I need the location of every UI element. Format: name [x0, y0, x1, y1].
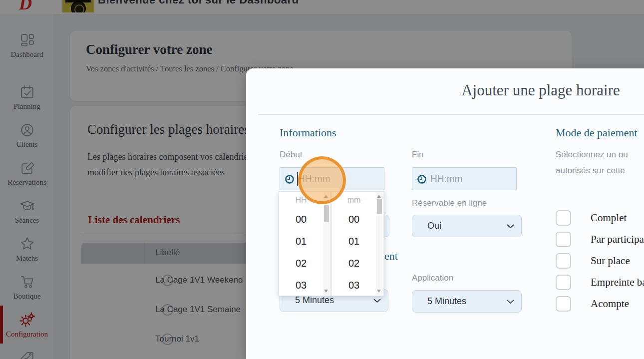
debut-time-input[interactable] — [298, 168, 382, 190]
payment-option-par-participant[interactable]: Par participant — [556, 232, 644, 247]
debut-time-field[interactable] — [280, 167, 384, 190]
mode-paiement-desc-line2: autorisés sur cette — [556, 166, 625, 176]
minutes-column-header: mm — [332, 196, 376, 205]
mode-paiement-heading: Mode de paiement — [556, 126, 638, 139]
application-select[interactable]: 5 Minutes — [412, 290, 522, 313]
reservable-select[interactable]: Oui — [412, 215, 522, 237]
divider — [258, 114, 644, 115]
reservable-label: Réservable en ligne — [412, 198, 487, 208]
chevron-down-icon — [507, 224, 514, 229]
hour-option[interactable]: 01 — [279, 236, 323, 247]
hours-scrollbar[interactable] — [323, 192, 329, 295]
add-timeslot-modal: Ajouter une plage horaire Informations D… — [246, 68, 644, 359]
hours-column-header: HH — [279, 196, 323, 205]
app-window: D Bienvenue chez toi sur le Dashboard Da… — [0, 0, 644, 359]
checkbox[interactable] — [556, 275, 571, 290]
checkbox-label: Sur place — [591, 255, 630, 267]
clock-icon — [417, 174, 427, 184]
checkbox[interactable] — [556, 232, 571, 247]
checkbox[interactable] — [556, 296, 571, 312]
chevron-down-icon — [507, 300, 514, 304]
scroll-down-arrow[interactable] — [324, 290, 328, 293]
payment-option-sur-place[interactable]: Sur place — [556, 253, 644, 269]
application-label: Application — [412, 273, 453, 283]
checkbox-label: Acompte — [591, 298, 629, 310]
payment-option-complet[interactable]: Complet — [556, 210, 644, 226]
hour-option[interactable]: 03 — [279, 280, 323, 291]
minute-option[interactable]: 03 — [332, 280, 376, 291]
hour-option[interactable]: 00 — [279, 214, 323, 225]
modal-title: Ajouter une plage horaire — [246, 81, 644, 99]
reservable-select-value: Oui — [427, 221, 441, 231]
payment-option-empreinte-bancaire[interactable]: Empreinte bancaire — [556, 275, 644, 290]
hour-option[interactable]: 02 — [279, 258, 323, 269]
minutes-column: mm 00 01 02 03 — [332, 192, 383, 296]
checkbox-label: Complet — [591, 212, 627, 224]
scroll-down-arrow[interactable] — [377, 290, 381, 293]
hours-column: HH 00 01 02 03 — [279, 192, 330, 296]
minute-option[interactable]: 01 — [332, 236, 376, 247]
checkbox[interactable] — [556, 210, 571, 226]
checkbox[interactable] — [556, 253, 571, 269]
scrollbar-thumb[interactable] — [324, 205, 329, 222]
scrollbar-thumb[interactable] — [377, 199, 382, 214]
payment-option-acompte[interactable]: Acompte — [556, 296, 644, 312]
debut-label: Début — [280, 150, 302, 160]
minutes-scrollbar[interactable] — [376, 192, 382, 295]
checkbox-label: Empreinte bancaire — [591, 276, 644, 289]
payment-section-heading-fragment: ent — [384, 250, 398, 263]
step-select-value: 5 Minutes — [295, 295, 334, 306]
fin-time-input[interactable] — [430, 168, 514, 190]
scroll-up-arrow[interactable] — [324, 195, 328, 198]
checkbox-label: Par participant — [591, 233, 644, 246]
mode-paiement-desc-line1: Sélectionnez un ou — [556, 150, 628, 160]
fin-label: Fin — [412, 150, 424, 160]
chevron-down-icon — [373, 299, 381, 303]
fin-time-field[interactable] — [412, 167, 517, 190]
application-select-value: 5 Minutes — [427, 296, 466, 307]
informations-heading: Informations — [280, 126, 336, 139]
minute-option[interactable]: 02 — [332, 258, 376, 269]
clock-icon — [285, 174, 295, 184]
scroll-up-arrow[interactable] — [377, 195, 381, 198]
time-picker-dropdown: HH 00 01 02 03 mm 00 01 02 03 — [279, 191, 384, 296]
minute-option[interactable]: 00 — [332, 214, 376, 225]
